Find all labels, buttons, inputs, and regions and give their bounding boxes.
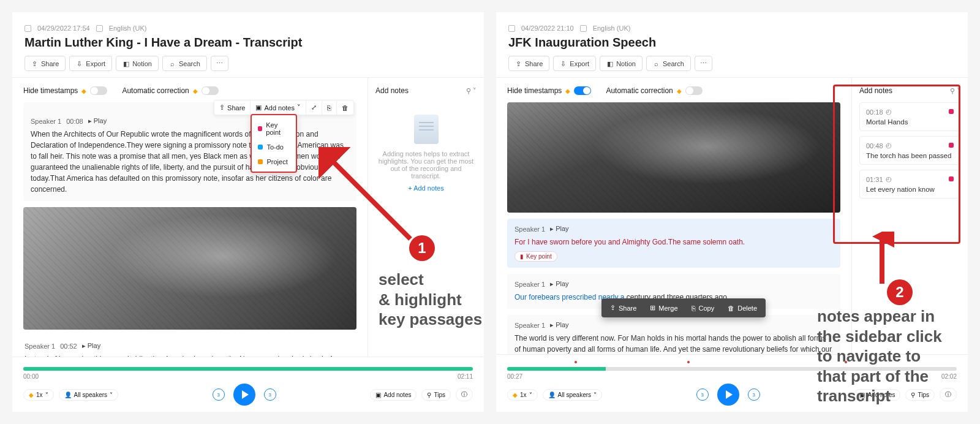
filter-icon[interactable]: ⚲ ˅ <box>466 87 477 95</box>
hide-ts-toggle[interactable] <box>90 86 107 95</box>
speaker-label: Speaker 1 <box>514 281 545 288</box>
note-time: 00:48 <box>866 142 883 150</box>
waveform[interactable] <box>23 367 473 371</box>
block-time: 00:52 <box>60 343 77 350</box>
play-link[interactable]: ▸ Play <box>550 321 568 329</box>
audio-player: 00:0002:11 ◆1x ˅ 👤 All speakers ˅ 3 3 ▣ … <box>12 357 484 412</box>
tips-button[interactable]: ⚲ Tips <box>905 389 935 401</box>
hide-ts-toggle[interactable] <box>574 86 591 95</box>
note-item[interactable]: 00:18 ◴ Mortal Hands <box>859 102 960 131</box>
info-icon[interactable]: ⓘ <box>456 388 473 401</box>
note-text: Mortal Hands <box>866 118 954 126</box>
note-time: 01:31 <box>866 176 883 183</box>
skip-back-button[interactable]: 3 <box>696 388 709 401</box>
add-notes-button[interactable]: ▣ Add notes <box>854 389 900 401</box>
calendar-icon <box>24 25 31 32</box>
key-point-tag[interactable]: ▮ Key point <box>514 251 557 262</box>
more-button[interactable]: ⋯ <box>211 56 228 71</box>
annotation-badge-2: 2 <box>887 279 913 305</box>
export-button[interactable]: ⇩Export <box>69 56 112 71</box>
auto-corr-toggle[interactable] <box>202 86 219 95</box>
skip-fwd-button[interactable]: 3 <box>264 388 276 401</box>
dd-project[interactable]: Project <box>252 154 296 169</box>
expand-icon[interactable]: ⤢ <box>306 100 322 115</box>
meta-row: 04/29/2022 21:10 English (UK) <box>508 25 956 32</box>
add-notes-dropdown-button[interactable]: ▣ Add notes ˅ Key point To-do Project <box>251 100 306 115</box>
play-link[interactable]: ▸ Play <box>82 342 100 350</box>
panel-jfk: 04/29/2022 21:10 English (UK) JFK Inaugu… <box>496 12 968 412</box>
block-text[interactable]: For I have sworn before you and Almighty… <box>514 238 745 246</box>
dd-todo[interactable]: To-do <box>252 140 296 154</box>
speed-selector[interactable]: ◆1x ˅ <box>23 389 54 401</box>
tips-button[interactable]: ⚲ Tips <box>421 389 451 401</box>
toggle-row: Hide timestamps◆ Automatic correction◆ <box>23 86 356 95</box>
export-icon: ⇩ <box>560 60 567 67</box>
search-icon: ⌕ <box>653 60 660 67</box>
add-notes-link[interactable]: + Add notes <box>378 184 474 192</box>
export-icon: ⇩ <box>76 60 83 67</box>
notion-button[interactable]: ◧Notion <box>600 56 643 71</box>
share-button[interactable]: ⇪Share <box>24 56 66 71</box>
auto-corr-toggle[interactable] <box>685 86 703 95</box>
add-notes-button[interactable]: ▣ Add notes <box>370 389 417 401</box>
ctx-copy[interactable]: ⎘ Copy <box>685 301 721 315</box>
ctx-merge[interactable]: ⊞ Merge <box>644 301 684 315</box>
play-button[interactable] <box>717 384 739 406</box>
transcript-block[interactable]: Speaker 1 00:52 ▸ Play Instead of honour… <box>23 336 356 357</box>
toolbar: ⇪Share ⇩Export ◧Notion ⌕Search ⋯ <box>24 56 472 71</box>
block-share-button[interactable]: ⇪ Share <box>214 100 251 115</box>
meta-row: 04/29/2022 17:54 English (UK) <box>24 25 472 32</box>
info-icon[interactable]: ⓘ <box>940 388 957 401</box>
transcript-block[interactable]: Speaker 1 ▸ Play The world is very diffe… <box>507 315 840 354</box>
note-text: Let every nation know <box>866 186 954 193</box>
note-item[interactable]: 01:31 ◴ Let every nation know <box>859 170 960 199</box>
search-button[interactable]: ⌕Search <box>162 56 207 71</box>
project-icon <box>258 159 263 164</box>
play-button[interactable] <box>233 384 255 406</box>
document-icon <box>414 115 439 144</box>
search-button[interactable]: ⌕Search <box>646 56 691 71</box>
share-icon: ⇪ <box>515 60 522 67</box>
speakers-selector[interactable]: 👤 All speakers ˅ <box>59 389 118 401</box>
premium-icon: ◆ <box>193 88 198 94</box>
waveform[interactable] <box>507 367 957 371</box>
notes-sidebar: Add notes ⚲ ˅ 00:18 ◴ Mortal Hands 00:48… <box>851 78 968 354</box>
notes-sidebar: Add notes ⚲ ˅ Adding notes helps to extr… <box>368 78 484 357</box>
page-title: JFK Inauguration Speech <box>508 36 956 50</box>
block-text[interactable]: When the Architects of Our Republic wrot… <box>31 129 349 195</box>
ctx-delete[interactable]: 🗑 Delete <box>722 301 763 315</box>
hero-image <box>507 102 840 213</box>
speed-selector[interactable]: ◆1x ˅ <box>507 389 538 401</box>
play-link[interactable]: ▸ Play <box>88 117 107 125</box>
transcript-block[interactable]: ⇪ Share ▣ Add notes ˅ Key point To-do Pr… <box>23 102 356 201</box>
premium-icon: ◆ <box>81 88 86 94</box>
link-icon[interactable]: ⎘ <box>322 101 337 115</box>
speakers-selector[interactable]: 👤 All speakers ˅ <box>543 389 602 401</box>
todo-icon <box>258 145 263 150</box>
notion-button[interactable]: ◧Notion <box>116 56 159 71</box>
note-item[interactable]: 00:48 ◴ The torch has been passed <box>859 136 960 165</box>
block-text[interactable]: The world is very different now. For Man… <box>514 333 833 354</box>
notion-icon: ◧ <box>123 60 129 67</box>
ctx-share[interactable]: ⇪ Share <box>604 301 643 315</box>
skip-back-button[interactable]: 3 <box>213 388 225 401</box>
play-link[interactable]: ▸ Play <box>550 225 568 233</box>
delete-icon[interactable]: 🗑 <box>337 101 353 115</box>
share-button[interactable]: ⇪Share <box>508 56 549 71</box>
time-start: 00:00 <box>23 373 39 380</box>
filter-icon[interactable]: ⚲ ˅ <box>950 87 960 95</box>
note-text: The torch has been passed <box>866 152 954 159</box>
block-text[interactable]: Instead of honouring this sacred obligat… <box>24 354 349 357</box>
skip-fwd-button[interactable]: 3 <box>748 388 760 401</box>
transcript-block[interactable]: Speaker 1 ▸ Play For I have sworn before… <box>507 219 840 268</box>
share-icon: ⇪ <box>31 60 38 67</box>
panel-mlk: 04/29/2022 17:54 English (UK) Martin Lut… <box>12 12 484 412</box>
key-point-icon <box>258 126 262 131</box>
more-button[interactable]: ⋯ <box>695 56 712 71</box>
time-end: 02:11 <box>458 373 473 380</box>
page-title: Martin Luther King - I Have a Dream - Tr… <box>24 36 472 50</box>
dd-key-point[interactable]: Key point <box>252 118 296 140</box>
lang-icon <box>96 25 103 32</box>
export-button[interactable]: ⇩Export <box>553 56 596 71</box>
play-link[interactable]: ▸ Play <box>550 280 568 288</box>
